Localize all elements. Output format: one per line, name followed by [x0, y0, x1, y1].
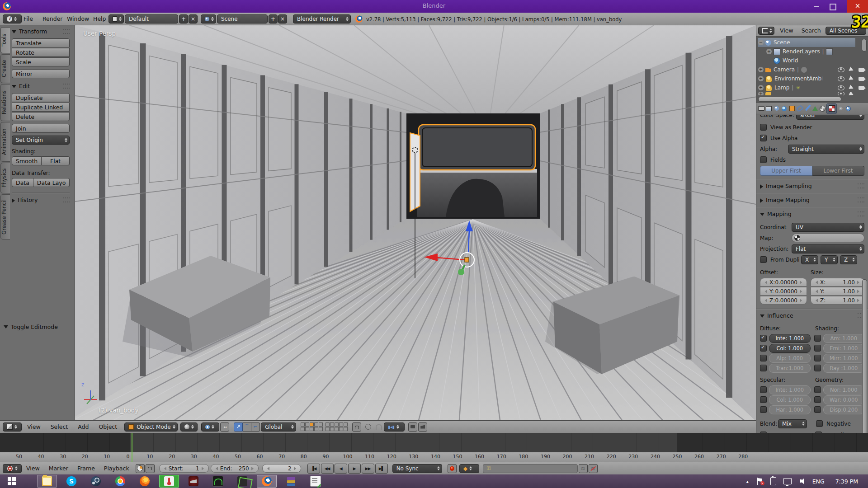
shade-flat-button[interactable]: Flat: [42, 156, 70, 165]
viewport-3d[interactable]: User Persp z (2) van_body: [75, 25, 756, 420]
outliner-search-menu[interactable]: Search: [799, 25, 824, 36]
geometry-displace-checkbox[interactable]: [814, 406, 821, 413]
outliner-row-scene[interactable]: − Scene: [758, 38, 855, 47]
physics-tab-icon[interactable]: [844, 104, 852, 113]
toggle-editmode-header[interactable]: Toggle Editmode: [4, 324, 58, 330]
use-alpha-checkbox[interactable]: [760, 135, 767, 141]
expand-icon[interactable]: +: [758, 85, 764, 90]
language-indicator[interactable]: ENG: [812, 478, 825, 485]
modifiers-tab-icon[interactable]: [803, 104, 811, 113]
expand-icon[interactable]: +: [758, 67, 764, 72]
fields-checkbox[interactable]: [760, 156, 767, 163]
offset-z-field[interactable]: Z:0.00000: [760, 296, 807, 305]
use-alpha-row[interactable]: Use Alpha: [760, 134, 864, 142]
lower-first-button[interactable]: Lower First: [812, 166, 864, 176]
menu-window[interactable]: Window: [64, 13, 92, 25]
rotate-button[interactable]: Rotate: [12, 48, 70, 57]
specular-color-checkbox[interactable]: [760, 396, 767, 403]
blend-dropdown[interactable]: Mix: [778, 419, 807, 428]
alpha-dropdown[interactable]: Straight: [788, 145, 864, 154]
size-x-field[interactable]: X:1.00: [811, 278, 864, 286]
lock-to-scene-button[interactable]: [352, 422, 361, 432]
axis-y-dropdown[interactable]: Y: [821, 255, 838, 264]
image-sampling-panel-header[interactable]: Image Sampling: [760, 182, 864, 190]
opengl-render-anim-button[interactable]: [418, 422, 427, 432]
layers-grid-1[interactable]: [301, 422, 323, 431]
taskbar-firefox[interactable]: [135, 475, 155, 488]
projection-dropdown[interactable]: Flat: [792, 244, 864, 253]
manipulator-rotate-button[interactable]: ⌒: [243, 422, 251, 432]
renderability-camera-icon[interactable]: [859, 86, 864, 90]
close-layout-button[interactable]: ×: [189, 14, 198, 23]
close-scene-button[interactable]: ×: [278, 14, 287, 23]
taskbar-node-app[interactable]: [232, 475, 252, 488]
scene-icon-button[interactable]: [201, 14, 216, 23]
transform-orientation-dropdown[interactable]: Global: [261, 422, 296, 432]
outliner-row-lamp[interactable]: + Lamp | ✳: [758, 83, 868, 92]
render-tab-icon[interactable]: [757, 104, 765, 113]
visibility-eye-icon[interactable]: [838, 85, 844, 90]
scale-button[interactable]: Scale: [12, 57, 70, 66]
object-menu[interactable]: Object: [96, 421, 120, 433]
uv-map-field[interactable]: [792, 234, 864, 242]
shading-ambient-checkbox[interactable]: [814, 335, 821, 342]
mirror-button[interactable]: Mirror: [12, 69, 70, 78]
taskbar-winrar[interactable]: [281, 475, 301, 488]
outliner-view-menu[interactable]: View: [777, 25, 796, 36]
taskbar-notepad[interactable]: [306, 475, 326, 488]
insert-keyframe-button[interactable]: ⚿: [579, 464, 588, 473]
taskbar-file-explorer[interactable]: [37, 475, 57, 488]
shade-smooth-button[interactable]: Smooth: [12, 156, 42, 165]
menu-file[interactable]: File: [21, 13, 36, 25]
set-origin-dropdown[interactable]: Set Origin: [12, 136, 70, 145]
tray-expand-chevron[interactable]: ▴: [746, 479, 749, 484]
opengl-render-button[interactable]: [408, 422, 417, 432]
shading-emit-checkbox[interactable]: [814, 345, 821, 352]
scene-tab-icon[interactable]: [773, 104, 780, 113]
viewport-shading-dropdown[interactable]: [180, 422, 198, 432]
editor-type-timeline-button[interactable]: [3, 464, 22, 473]
current-frame-playhead[interactable]: [132, 433, 132, 462]
timeline-playback-menu[interactable]: Playback: [101, 462, 132, 475]
panel-grip[interactable]: [858, 211, 864, 216]
close-button[interactable]: ×: [847, 0, 868, 13]
shading-ambient-field[interactable]: Am: 1.000: [823, 334, 865, 343]
world-tab-icon[interactable]: [780, 104, 788, 113]
shelf-tab-grease-pencil[interactable]: Grease Pencil: [0, 194, 10, 239]
collapse-icon[interactable]: −: [758, 40, 764, 45]
minimize-button[interactable]: [814, 6, 819, 7]
next-keyframe-button[interactable]: ▶▶: [362, 464, 374, 474]
object-data-tab-icon[interactable]: [811, 104, 819, 113]
current-frame-field[interactable]: 2: [262, 464, 301, 473]
axis-x-dropdown[interactable]: X: [801, 255, 818, 264]
shading-emit-field[interactable]: Emi: 1.000: [823, 344, 865, 353]
object-tab-icon[interactable]: [788, 104, 796, 113]
layers-grid-2[interactable]: [326, 422, 348, 431]
fields-row[interactable]: Fields: [760, 155, 864, 164]
particles-tab-icon[interactable]: ✳: [837, 104, 844, 113]
taskbar-gauge-app[interactable]: [208, 475, 228, 488]
previous-keyframe-button[interactable]: ◀◀: [321, 464, 334, 474]
geometry-displace-field[interactable]: Disp:0.200: [823, 405, 865, 414]
negative-checkbox[interactable]: [816, 420, 823, 427]
outliner-row-clipped[interactable]: +: [758, 92, 868, 95]
mode-dropdown[interactable]: Object Mode: [124, 422, 178, 432]
screen-layout-field[interactable]: Default: [125, 14, 178, 23]
active-keying-set-field[interactable]: ⚿: [483, 464, 578, 473]
upper-first-button[interactable]: Upper First: [760, 166, 812, 176]
end-frame-field[interactable]: End:250: [211, 464, 259, 473]
manipulator-center-toggle[interactable]: ↔: [220, 422, 229, 432]
timeline-frame-menu[interactable]: Frame: [75, 462, 98, 475]
renderability-camera-icon[interactable]: [859, 77, 864, 81]
add-scene-button[interactable]: +: [269, 14, 278, 23]
panel-header-history[interactable]: History: [12, 197, 70, 203]
size-z-field[interactable]: Z:1.00: [811, 296, 864, 305]
translate-button[interactable]: Translate: [12, 38, 70, 47]
jump-to-end-button[interactable]: ▶▌: [375, 464, 388, 474]
visibility-eye-icon[interactable]: [838, 76, 844, 81]
shelf-tab-tools[interactable]: Tools: [0, 27, 10, 53]
geometry-warp-field[interactable]: War: 0.000: [823, 395, 865, 404]
network-icon[interactable]: [783, 478, 792, 484]
pivot-point-dropdown[interactable]: [201, 422, 219, 432]
shelf-tab-animation[interactable]: Animation: [0, 122, 10, 162]
